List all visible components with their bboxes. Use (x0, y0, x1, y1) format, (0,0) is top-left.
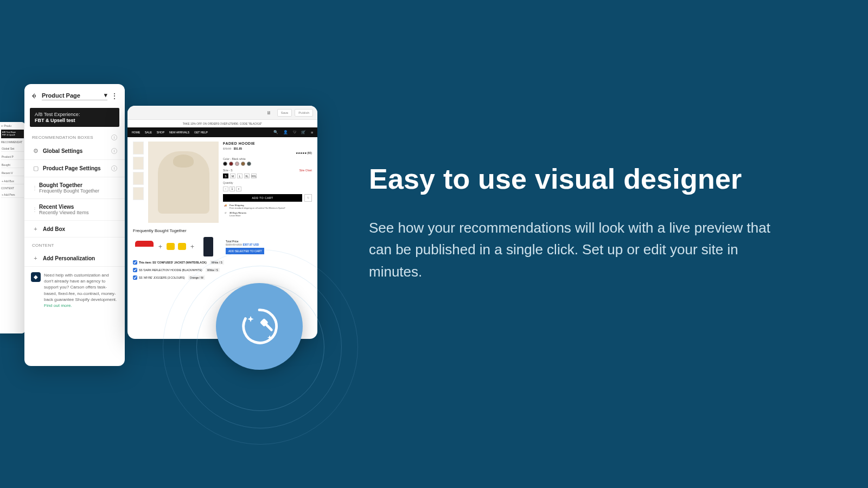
fbt-item-row[interactable]: SS 'AR RE' JOGGERS (3 COLOURS)Orange / M (133, 275, 312, 280)
product-title: FADED HOODIE (223, 142, 312, 145)
promo-banner: TAKE 10% OFF ON ORDERS OVER £75/€90. COD… (127, 120, 317, 127)
add-personalization-button[interactable]: + Add Personalization (24, 250, 125, 267)
nav-link[interactable]: SHOP (157, 131, 164, 134)
size-option[interactable]: L (237, 174, 242, 178)
add-to-cart-button[interactable]: ADD TO CART (223, 194, 302, 202)
help-box: ◆ Need help with customization and don't… (31, 272, 118, 309)
size-chart-link[interactable]: Size Chart (299, 169, 312, 172)
plus-icon: + (158, 243, 162, 251)
account-icon[interactable]: 👤 (283, 130, 288, 134)
plus-icon: + (190, 243, 194, 251)
help-link[interactable]: Find out more. (44, 303, 72, 308)
info-icon[interactable]: i (111, 134, 117, 140)
box-recent-views[interactable]: ⋮⋮ Recent Views Recently Viewed Items (24, 199, 125, 221)
editor-panel-background: ↩ Produ A/B Test ExpeFBT & Upsell RECOMM… (0, 122, 25, 333)
magic-wand-icon (238, 305, 281, 348)
old-price: $73.99 (223, 147, 231, 150)
heart-icon[interactable]: ♡ (304, 194, 312, 202)
nav-link[interactable]: GET HELP (194, 131, 208, 134)
thumbnail[interactable] (133, 157, 144, 170)
nav-link[interactable]: SALE (145, 131, 152, 134)
size-option[interactable]: M (230, 174, 235, 178)
swatch[interactable] (241, 162, 245, 166)
search-icon[interactable]: 🔍 (273, 130, 278, 134)
save-button[interactable]: Save (277, 109, 292, 117)
global-settings-row[interactable]: ⚙ Global Settings i (24, 143, 125, 160)
fbt-product[interactable] (197, 236, 220, 257)
desktop-icon[interactable]: 🖥 (263, 108, 275, 117)
size-label: Size - S (223, 169, 233, 172)
magic-wand-badge (216, 283, 303, 370)
chevron-down-icon: ▾ (104, 92, 107, 99)
swatch[interactable] (235, 162, 239, 166)
thumbnail[interactable] (133, 142, 144, 155)
fbt-heading: Frequently Bought Together (133, 228, 312, 233)
checkbox[interactable] (133, 260, 137, 265)
add-selected-button[interactable]: ADD SELECTED TO CART (226, 248, 264, 254)
fbt-item-row[interactable]: SS 'DARK REFLECTION' HOODIE (BLACK/WHITE… (133, 268, 312, 272)
gear-icon: ⚙ (32, 147, 39, 155)
color-swatches (223, 162, 312, 166)
new-total: $307.97 USD (242, 243, 259, 246)
old-total: $339.90 USD (226, 243, 242, 246)
back-icon[interactable] (31, 92, 39, 100)
qty-minus[interactable]: − (223, 187, 228, 191)
thumbnail[interactable] (133, 172, 144, 185)
drag-handle-icon[interactable]: ⋮⋮ (32, 185, 36, 191)
checkbox[interactable] (133, 268, 137, 272)
swatch[interactable] (223, 162, 227, 166)
truck-icon: 🚚 (223, 204, 228, 209)
page-icon: ▢ (32, 165, 39, 172)
fbt-product[interactable] (133, 236, 156, 257)
marketing-headline: Easy to use visual designer (369, 163, 781, 195)
publish-button[interactable]: Publish (295, 109, 313, 117)
preview-toolbar: 🖥 Save Publish (127, 106, 317, 120)
thumbnail[interactable] (133, 187, 144, 200)
content-heading: CONTENT (32, 243, 54, 248)
color-label: Color - Black white (223, 157, 312, 160)
fbt-product[interactable] (165, 236, 188, 257)
qty-plus[interactable]: + (236, 187, 241, 191)
page-select-dropdown[interactable]: Product Page ▾ (42, 92, 107, 100)
plus-icon: + (32, 255, 39, 261)
marketing-body: See how your recommendations will look w… (369, 217, 781, 282)
product-hero-image[interactable] (148, 142, 219, 223)
size-option[interactable]: S (223, 174, 228, 178)
rec-heading: RECOMMENDATION BOXES (32, 135, 93, 140)
swatch[interactable] (229, 162, 233, 166)
info-icon[interactable]: i (111, 165, 117, 171)
qty-value: 1 (229, 187, 235, 191)
rating[interactable]: ★★★★★ (80) (223, 151, 312, 155)
nav-link[interactable]: HOME (132, 131, 140, 134)
size-option[interactable]: XXL (251, 174, 257, 178)
plus-icon: + (32, 226, 39, 232)
nav-link[interactable]: NEW ARRIVALS (169, 131, 189, 134)
add-box-button[interactable]: + Add Box (24, 221, 125, 237)
shield-icon: ◆ (31, 272, 41, 282)
ab-test-banner[interactable]: A/B Test Experience: FBT & Upsell test (30, 108, 119, 127)
qty-label: Quantity (223, 181, 312, 184)
page-settings-row[interactable]: ▢ Product Page Settings i (24, 160, 125, 177)
swatch[interactable] (247, 162, 251, 166)
menu-icon[interactable]: ≡ (311, 131, 313, 134)
price: $51.95 (234, 147, 242, 150)
box-bought-together[interactable]: ⋮⋮ Bought Together Frequently Bought Tog… (24, 177, 125, 199)
size-option[interactable]: XL (244, 174, 250, 178)
checkbox[interactable] (133, 275, 137, 280)
heart-icon[interactable]: ♡ (293, 130, 296, 134)
info-icon[interactable]: i (111, 148, 117, 154)
drag-handle-icon[interactable]: ⋮⋮ (32, 207, 36, 213)
fbt-item-row[interactable]: This item: SS 'CONFUSED' JACKET (WHITE/B… (133, 260, 312, 265)
thumbnail-strip (133, 142, 144, 223)
editor-panel: Product Page ▾ ⋮ A/B Test Experience: FB… (24, 84, 125, 366)
store-nav: HOME SALE SHOP NEW ARRIVALS GET HELP 🔍 👤… (127, 127, 317, 137)
cart-icon[interactable]: 🛒 (301, 130, 306, 134)
return-icon: ↺ (223, 211, 228, 217)
